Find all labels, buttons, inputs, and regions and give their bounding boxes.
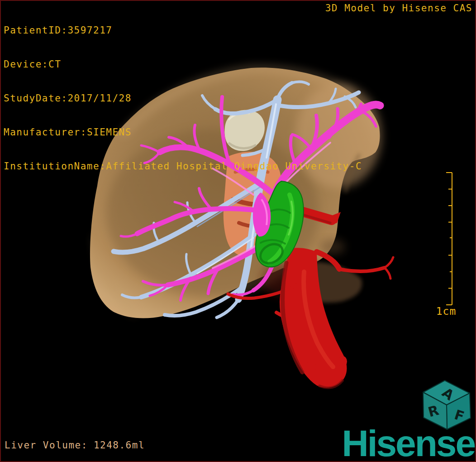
field-label: PatientID: <box>4 25 67 36</box>
field-label: Manufacturer: <box>4 127 87 138</box>
patient-field: PatientID:3597217 <box>4 25 362 36</box>
field-value: 3597217 <box>67 25 112 36</box>
watermark-text: 3D Model by Hisense CAS <box>325 3 472 14</box>
patient-field: Device:CT <box>4 59 362 70</box>
volume-label: Liver Volume: <box>5 440 88 451</box>
field-value: 2017/11/28 <box>67 93 131 104</box>
patient-field: InstitutionName:Affiliated Hospital Qing… <box>4 161 362 172</box>
patient-field: StudyDate:2017/11/28 <box>4 93 362 104</box>
scale-label: 1cm <box>432 305 460 317</box>
volume-value: 1248.6ml <box>94 440 145 451</box>
hisense-logo: Hisense <box>342 425 475 462</box>
scale-bar <box>430 171 462 308</box>
field-value: CT <box>48 59 61 70</box>
patient-info-overlay: PatientID:3597217 Device:CT StudyDate:20… <box>4 2 362 195</box>
field-value: Affiliated Hospital Qingdao University-C <box>106 161 362 172</box>
field-label: StudyDate: <box>4 93 67 104</box>
field-label: InstitutionName: <box>4 161 106 172</box>
liver-volume-readout: Liver Volume:1248.6ml <box>5 440 145 451</box>
cas-3d-viewer-window: PatientID:3597217 Device:CT StudyDate:20… <box>0 0 476 462</box>
field-value: SIEMENS <box>87 127 132 138</box>
patient-field: Manufacturer:SIEMENS <box>4 127 362 138</box>
field-label: Device: <box>4 59 48 70</box>
